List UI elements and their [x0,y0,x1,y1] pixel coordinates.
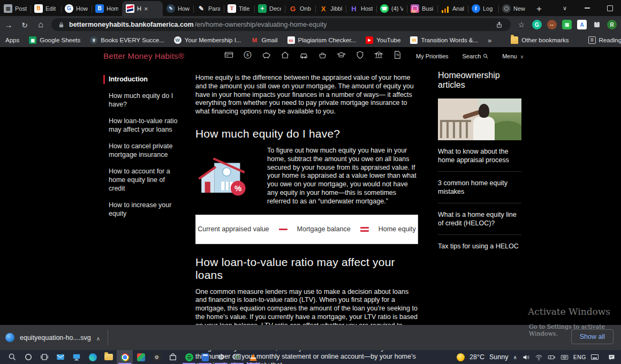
shield-icon[interactable] [355,50,365,60]
bookmark-apps[interactable]: Apps [5,37,19,43]
green-extension-icon[interactable] [562,20,572,29]
hidden-icons-chevron[interactable] [513,353,517,361]
sidebar-item-increase-equity[interactable]: How to increase your equity [103,201,183,218]
search-link[interactable]: Search [463,52,489,60]
article-link-mistakes[interactable]: 3 common home equity mistakes [438,172,521,203]
tab-title[interactable]: Title [224,1,254,16]
bookmark-gmail[interactable]: Gmail [251,36,277,44]
piggy-bank-icon[interactable] [261,50,271,60]
dark-utility-app-icon[interactable] [149,350,165,364]
bank-building-icon[interactable] [374,50,384,60]
home-button[interactable] [35,20,46,29]
close-icon[interactable] [144,5,148,13]
cortana-icon[interactable] [20,350,36,364]
language-indicator[interactable]: ENG [573,354,586,360]
download-item[interactable]: equityequation-ho....svg [0,325,108,350]
forward-button[interactable] [3,20,14,29]
bookmark-plagiarism[interactable]: Plagiarism Checker... [287,36,357,44]
sidebar-item-ltv-ratio[interactable]: How loan-to-value ratio may affect your … [103,117,183,134]
vlc-icon[interactable] [245,350,261,364]
battery-plug-icon[interactable] [548,353,556,361]
minimize-button[interactable] [576,0,599,16]
taskbar-search-icon[interactable] [4,350,20,364]
graduation-cap-icon[interactable] [336,50,346,60]
settings-gear-icon[interactable] [213,350,229,364]
bookmarks-overflow-chevron[interactable] [488,36,491,44]
game-app-icon[interactable] [133,350,149,364]
mail-icon[interactable] [52,350,69,364]
tab-active-home-equity[interactable]: H [122,1,163,16]
restore-button[interactable] [599,0,621,16]
tab-business[interactable]: Busi [407,1,437,16]
tab-edit[interactable]: Edit [31,1,61,16]
dollar-coin-icon[interactable]: $ [243,50,253,60]
sidebar-item-how-much-equity[interactable]: How much equity do I have? [103,92,183,109]
tab-facebook-login[interactable]: Log [468,1,498,16]
car-icon[interactable] [299,50,309,60]
wifi-icon[interactable] [535,353,543,361]
tab-jibble[interactable]: Jibbl [315,1,346,16]
tab-post[interactable]: Post [0,1,31,16]
tab-how-2[interactable]: How [163,1,193,16]
tab-analytics[interactable]: Anal [437,1,468,16]
home-appraisal-photo[interactable] [438,98,521,140]
address-bar[interactable]: bettermoneyhabits.bankofamerica.com/en/h… [51,18,511,31]
performance-monitor-icon[interactable] [229,350,245,364]
bookmark-star-icon[interactable] [516,19,527,30]
weather-temperature[interactable]: 28°C [469,353,484,361]
credit-card-icon[interactable] [224,50,234,60]
tab-hom[interactable]: Hom [92,1,122,16]
task-view-icon[interactable] [36,350,52,364]
tab-para[interactable]: Para [193,1,224,16]
tab-new[interactable]: New [498,1,529,16]
touch-keyboard-icon[interactable] [591,354,599,360]
download-caret-icon[interactable] [96,333,100,343]
tab-how[interactable]: How [61,1,92,16]
volume-icon[interactable] [522,353,530,361]
my-computer-icon[interactable] [69,350,85,364]
chrome-taskbar-icon[interactable] [117,350,133,364]
action-center-icon[interactable] [608,353,616,361]
sidebar-item-heloc[interactable]: How to account for a home equity line of… [103,167,183,193]
new-tab-button[interactable] [532,2,546,16]
microsoft-store-icon[interactable] [165,350,181,364]
menu-link[interactable]: Menu [502,53,524,59]
grammarly-extension-icon[interactable] [532,20,542,29]
other-bookmarks-folder[interactable]: Other bookmarks [511,36,569,44]
tab-hostinger[interactable]: Host [346,1,376,16]
article-link-appraisal[interactable]: What to know about the home appraisal pr… [438,140,521,172]
article-link-tax-tips[interactable]: Tax tips for using a HELOC [438,235,521,257]
profile-avatar[interactable]: R [607,20,617,29]
basket-icon[interactable] [317,50,328,60]
bookmark-membership[interactable]: Your Membership I... [174,36,241,44]
extensions-puzzle-icon[interactable] [592,20,602,29]
tab-onb[interactable]: Onb [285,1,315,16]
sidebar-item-introduction[interactable]: Introduction [103,75,183,84]
better-money-habits-logo[interactable]: Better Money Habits® [103,51,184,60]
tab-search-chevron-icon[interactable] [554,0,576,16]
spotify-icon[interactable] [181,350,197,364]
article-link-heloc[interactable]: What is a home equity line of credit (HE… [438,203,521,235]
bookmark-transition-words[interactable]: Transition Words &... [410,36,478,44]
bookmark-google-sheets[interactable]: Google Sheets [29,36,80,44]
my-priorities-link[interactable]: My Priorities [416,53,449,59]
translate-extension-icon[interactable] [577,20,587,29]
orange-g-icon [289,4,297,13]
bookmark-youtube[interactable]: YouTube [366,36,400,44]
share-icon[interactable] [494,19,504,30]
reading-list[interactable]: Reading l [588,36,621,44]
reload-button[interactable] [19,20,30,29]
house-icon[interactable] [280,50,290,60]
sidebar-item-cancel-pmi[interactable]: How to cancel private mortgage insurance [103,142,183,159]
bookmark-books[interactable]: Books EVERY Succe... [90,36,164,44]
weather-description[interactable]: Sunny [489,353,508,361]
sun-weather-icon[interactable] [457,353,465,361]
tab-whatsapp[interactable]: (4) V [376,1,407,16]
keyboard-icon[interactable] [561,353,569,361]
tab-dece[interactable]: Dece [254,1,285,16]
calculator-icon[interactable] [197,350,213,364]
owl-extension-icon[interactable] [547,20,557,29]
file-explorer-icon[interactable] [101,350,117,364]
document-percent-icon[interactable]: % [392,50,403,60]
edge-icon[interactable] [85,350,101,364]
